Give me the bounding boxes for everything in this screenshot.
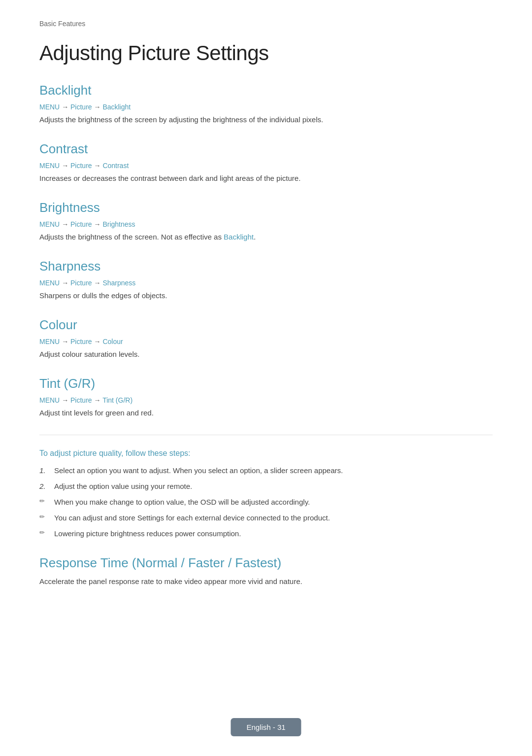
steps-title: To adjust picture quality, follow these … (39, 449, 493, 458)
menu-mid: Picture (70, 279, 92, 287)
section-title-tint: Tint (G/R) (39, 376, 493, 391)
menu-prefix: MENU (39, 396, 60, 404)
section-title-contrast: Contrast (39, 141, 493, 157)
steps-list: Select an option you want to adjust. Whe… (39, 465, 493, 540)
menu-path-colour: MENU → Picture → Colour (39, 338, 493, 345)
section-desc-tint: Adjust tint levels for green and red. (39, 407, 493, 419)
section-desc-colour: Adjust colour saturation levels. (39, 348, 493, 360)
section-desc-contrast: Increases or decreases the contrast betw… (39, 172, 493, 184)
section-brightness: Brightness MENU → Picture → Brightness A… (39, 200, 493, 243)
menu-path-sharpness: MENU → Picture → Sharpness (39, 279, 493, 287)
menu-end: Contrast (102, 162, 129, 170)
menu-end: Backlight (102, 103, 131, 111)
section-sharpness: Sharpness MENU → Picture → Sharpness Sha… (39, 259, 493, 302)
step-2: Adjust the option value using your remot… (39, 481, 493, 492)
section-title-brightness: Brightness (39, 200, 493, 215)
section-title-colour: Colour (39, 317, 493, 333)
page-title: Adjusting Picture Settings (39, 41, 493, 65)
response-time-section: Response Time (Normal / Faster / Fastest… (39, 555, 493, 587)
menu-mid: Picture (70, 396, 92, 404)
note-2: You can adjust and store Settings for ea… (39, 512, 493, 524)
page-container: Basic Features Adjusting Picture Setting… (0, 0, 532, 643)
section-tint: Tint (G/R) MENU → Picture → Tint (G/R) A… (39, 376, 493, 419)
menu-prefix: MENU (39, 103, 60, 111)
section-colour: Colour MENU → Picture → Colour Adjust co… (39, 317, 493, 360)
menu-end: Tint (G/R) (102, 396, 133, 404)
section-desc-brightness: Adjusts the brightness of the screen. No… (39, 231, 493, 243)
section-backlight: Backlight MENU → Picture → Backlight Adj… (39, 83, 493, 126)
menu-prefix: MENU (39, 338, 60, 345)
section-desc-sharpness: Sharpens or dulls the edges of objects. (39, 290, 493, 302)
section-desc-backlight: Adjusts the brightness of the screen by … (39, 114, 493, 126)
footer-badge: English - 31 (231, 718, 301, 736)
menu-mid: Picture (70, 220, 92, 228)
note-3: Lowering picture brightness reduces powe… (39, 528, 493, 540)
menu-mid: Picture (70, 338, 92, 345)
menu-mid: Picture (70, 162, 92, 170)
response-time-desc: Accelerate the panel response rate to ma… (39, 576, 493, 587)
section-title-backlight: Backlight (39, 83, 493, 98)
divider (39, 435, 493, 435)
menu-mid: Picture (70, 103, 92, 111)
menu-end: Brightness (102, 220, 135, 228)
menu-prefix: MENU (39, 279, 60, 287)
menu-end: Sharpness (102, 279, 135, 287)
menu-path-tint: MENU → Picture → Tint (G/R) (39, 396, 493, 404)
section-title-sharpness: Sharpness (39, 259, 493, 274)
section-contrast: Contrast MENU → Picture → Contrast Incre… (39, 141, 493, 184)
steps-section: To adjust picture quality, follow these … (39, 449, 493, 540)
menu-path-brightness: MENU → Picture → Brightness (39, 220, 493, 228)
step-1: Select an option you want to adjust. Whe… (39, 465, 493, 477)
menu-prefix: MENU (39, 162, 60, 170)
breadcrumb: Basic Features (39, 20, 493, 28)
menu-end: Colour (102, 338, 123, 345)
backlight-link: Backlight (224, 233, 254, 241)
menu-path-backlight: MENU → Picture → Backlight (39, 103, 493, 111)
response-time-title: Response Time (Normal / Faster / Fastest… (39, 555, 493, 571)
menu-path-contrast: MENU → Picture → Contrast (39, 162, 493, 170)
menu-prefix: MENU (39, 220, 60, 228)
note-1: When you make change to option value, th… (39, 496, 493, 508)
